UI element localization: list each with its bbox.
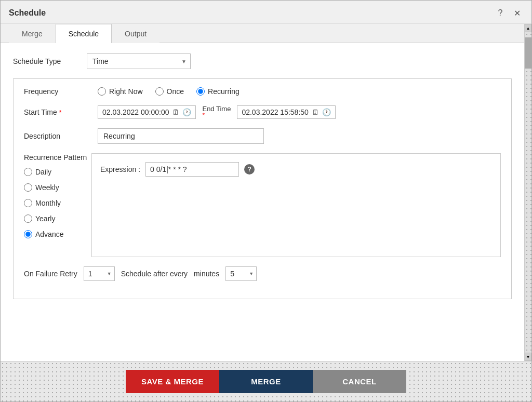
time-row: Start Time * 02.03.2022 00:00:00 🗓 🕐 End…: [24, 105, 501, 119]
end-time-wrapper: End Time *: [202, 105, 231, 119]
start-time-label: Start Time *: [24, 108, 91, 116]
frequency-radio-group: Right Now Once Recurring: [98, 87, 240, 96]
end-time-field: 02.03.2022 15:58:50 🗓 🕐: [237, 105, 335, 119]
dialog-title: Schedule: [9, 8, 46, 18]
frequency-row: Frequency Right Now Once: [24, 87, 501, 96]
recurrence-right-panel: Expression : ?: [91, 153, 501, 257]
title-bar: Schedule ? ✕: [1, 1, 531, 24]
description-label: Description: [24, 132, 91, 140]
end-time-label: End Time: [202, 105, 231, 113]
title-actions: ? ✕: [494, 7, 523, 19]
schedule-dialog: Schedule ? ✕ Merge Schedule Output: [0, 0, 532, 402]
schedule-type-row: Schedule Type Time Event Manual: [13, 53, 512, 69]
help-button[interactable]: ?: [494, 7, 507, 19]
recurrence-monthly[interactable]: Monthly: [24, 199, 91, 207]
recurrence-advance-radio[interactable]: [24, 230, 32, 238]
dialog-body: Merge Schedule Output Schedule Type Time: [1, 24, 531, 361]
expression-row: Expression : ?: [100, 162, 492, 177]
frequency-once-radio[interactable]: [155, 87, 164, 96]
recurrence-left: Recurrence Pattern Daily Weekly: [24, 153, 91, 257]
end-time-clock-icon[interactable]: 🕐: [322, 108, 331, 116]
footer-buttons: SAVE & MERGE MERGE CANCEL: [1, 361, 531, 401]
schedule-type-select[interactable]: Time Event Manual: [87, 53, 191, 69]
recurrence-yearly-radio[interactable]: [24, 215, 32, 223]
interval-select[interactable]: 1 2 3 4 5 10 15 30: [225, 266, 257, 281]
merge-button[interactable]: MERGE: [219, 370, 313, 393]
scrollbar: ▲ ▼: [524, 24, 531, 361]
scroll-up-button[interactable]: ▲: [525, 24, 531, 32]
start-time-value: 02.03.2022 00:00:00: [102, 108, 169, 116]
end-time-required: *: [202, 112, 205, 119]
tab-merge[interactable]: Merge: [9, 24, 56, 43]
frequency-once[interactable]: Once: [155, 87, 184, 96]
expression-label: Expression :: [100, 165, 140, 173]
retry-select-wrapper: 1 2 3 4 5: [84, 266, 115, 281]
expression-input[interactable]: [145, 162, 239, 177]
main-content: Merge Schedule Output Schedule Type Time: [1, 24, 524, 361]
start-time-required: *: [59, 109, 62, 116]
tab-output[interactable]: Output: [112, 24, 159, 43]
start-time-calendar-icon[interactable]: 🗓: [172, 108, 179, 116]
start-time-clock-icon[interactable]: 🕐: [182, 108, 191, 116]
scroll-thumb[interactable]: [525, 37, 531, 69]
schedule-type-select-wrapper: Time Event Manual: [87, 53, 191, 69]
start-time-field: 02.03.2022 00:00:00 🗓 🕐: [98, 105, 196, 119]
schedule-after-text: Schedule after every: [121, 270, 188, 278]
failure-retry-label: On Failure Retry: [24, 270, 77, 278]
tab-content-schedule: Schedule Type Time Event Manual Frequenc…: [1, 43, 524, 361]
frequency-right-now[interactable]: Right Now: [98, 87, 143, 96]
recurrence-title: Recurrence Pattern: [24, 153, 91, 162]
scroll-track: [525, 32, 531, 353]
end-time-calendar-icon[interactable]: 🗓: [312, 108, 319, 116]
recurrence-yearly[interactable]: Yearly: [24, 215, 91, 223]
save-merge-button[interactable]: SAVE & MERGE: [126, 370, 219, 393]
failure-retry-row: On Failure Retry 1 2 3 4 5 Schedule afte…: [24, 266, 501, 281]
tab-bar: Merge Schedule Output: [1, 24, 524, 43]
end-time-value: 02.03.2022 15:58:50: [242, 108, 308, 116]
schedule-section-box: Frequency Right Now Once: [13, 78, 512, 299]
recurrence-monthly-radio[interactable]: [24, 199, 32, 207]
recurrence-daily-radio[interactable]: [24, 168, 32, 176]
recurrence-weekly-radio[interactable]: [24, 183, 32, 192]
recurrence-options: Daily Weekly Monthly: [24, 168, 91, 238]
frequency-recurring[interactable]: Recurring: [196, 87, 240, 96]
interval-select-wrapper: 1 2 3 4 5 10 15 30: [225, 266, 257, 281]
frequency-label: Frequency: [24, 87, 91, 96]
cancel-button[interactable]: CANCEL: [313, 370, 406, 393]
tab-schedule[interactable]: Schedule: [56, 24, 112, 43]
retry-select[interactable]: 1 2 3 4 5: [84, 266, 115, 281]
description-row: Description: [24, 128, 501, 144]
description-input[interactable]: [98, 128, 264, 144]
frequency-right-now-radio[interactable]: [98, 87, 106, 96]
recurrence-advance[interactable]: Advance: [24, 230, 91, 238]
recurrence-daily[interactable]: Daily: [24, 168, 91, 176]
schedule-type-label: Schedule Type: [13, 57, 81, 65]
expression-help-icon[interactable]: ?: [244, 164, 255, 175]
close-button[interactable]: ✕: [511, 7, 523, 19]
recurrence-weekly[interactable]: Weekly: [24, 183, 91, 192]
minutes-text: minutes: [194, 270, 219, 278]
recurrence-pattern-section: Recurrence Pattern Daily Weekly: [24, 153, 501, 257]
scroll-down-button[interactable]: ▼: [525, 353, 531, 361]
frequency-recurring-radio[interactable]: [196, 87, 205, 96]
